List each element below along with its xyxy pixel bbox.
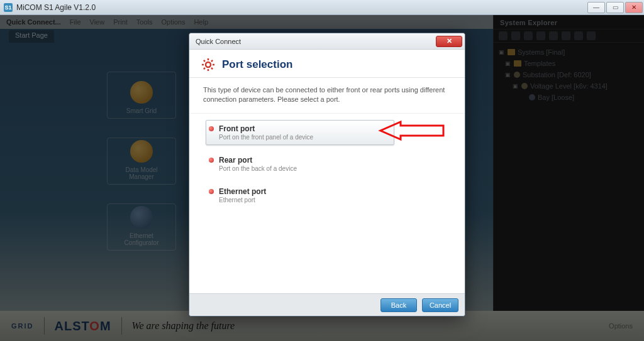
gear-icon <box>201 57 216 72</box>
dialog-description: This type of device can be connected to … <box>189 78 465 114</box>
window-controls: — ▭ ✕ <box>587 2 643 13</box>
port-option-sub: Port on the back of a device <box>219 165 441 172</box>
dialog-titlebar[interactable]: Quick Connect ✕ <box>189 33 465 50</box>
port-option-rear[interactable]: Rear port Port on the back of a device <box>206 151 448 176</box>
maximize-button[interactable]: ▭ <box>606 2 624 13</box>
bullet-icon <box>209 126 214 131</box>
port-option-title: Rear port <box>219 156 441 165</box>
minimize-button[interactable]: — <box>587 2 605 13</box>
port-option-front[interactable]: Front port Port on the front panel of a … <box>206 120 394 145</box>
cancel-button[interactable]: Cancel <box>422 298 458 312</box>
dialog-heading: Port selection <box>222 58 292 71</box>
svg-point-0 <box>206 62 211 67</box>
window-title: MiCOM S1 Agile V1.2.0 <box>16 3 96 12</box>
dialog-title: Quick Connect <box>196 38 241 45</box>
port-options-list: Front port Port on the front panel of a … <box>189 114 465 293</box>
dialog-header: Port selection <box>189 50 465 78</box>
port-option-sub: Ethernet port <box>219 197 441 203</box>
port-option-title: Ethernet port <box>219 187 441 196</box>
app-icon: S1 <box>4 3 13 12</box>
bullet-icon <box>209 189 214 194</box>
dialog-footer: Back Cancel <box>189 293 465 316</box>
window-close-button[interactable]: ✕ <box>625 2 643 13</box>
dialog-close-button[interactable]: ✕ <box>436 36 462 47</box>
port-option-title: Front port <box>219 124 387 133</box>
port-option-sub: Port on the front panel of a device <box>219 134 387 141</box>
window-titlebar: S1 MiCOM S1 Agile V1.2.0 — ▭ ✕ <box>0 0 644 15</box>
back-button[interactable]: Back <box>380 298 417 312</box>
quick-connect-dialog: Quick Connect ✕ Port selection This type… <box>189 33 465 317</box>
port-option-ethernet[interactable]: Ethernet port Ethernet port <box>206 183 448 208</box>
bullet-icon <box>209 158 214 163</box>
